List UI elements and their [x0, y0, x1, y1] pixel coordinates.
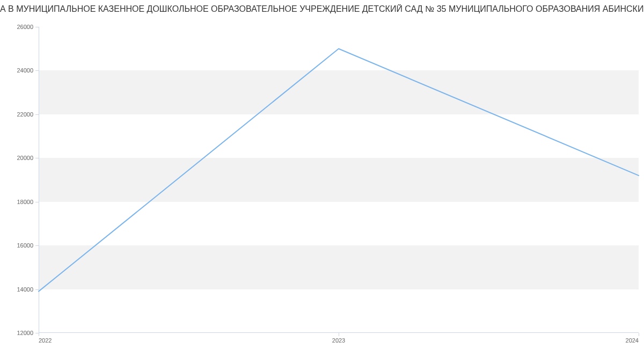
y-tick-label: 24000: [17, 67, 39, 74]
y-tick-label: 14000: [17, 286, 39, 293]
y-tick-label: 12000: [17, 330, 39, 336]
chart-title: А В МУНИЦИПАЛЬНОЕ КАЗЕННОЕ ДОШКОЛЬНОЕ ОБ…: [0, 4, 644, 14]
plot-area: 12000 14000 16000 18000 20000 22000 2400…: [39, 27, 639, 333]
y-tick-label: 16000: [17, 242, 39, 249]
chart-container: А В МУНИЦИПАЛЬНОЕ КАЗЕННОЕ ДОШКОЛЬНОЕ ОБ…: [0, 0, 644, 349]
series-path: [39, 49, 639, 292]
x-tick-label: 2024: [626, 333, 639, 344]
y-tick-label: 20000: [17, 155, 39, 161]
x-tick-label: 2023: [332, 333, 345, 344]
y-tick-label: 18000: [17, 199, 39, 205]
x-tick: [639, 333, 639, 336]
line-series: [39, 27, 639, 333]
x-tick-label: 2022: [39, 333, 52, 344]
y-tick-label: 22000: [17, 111, 39, 118]
y-tick-label: 26000: [17, 24, 39, 30]
